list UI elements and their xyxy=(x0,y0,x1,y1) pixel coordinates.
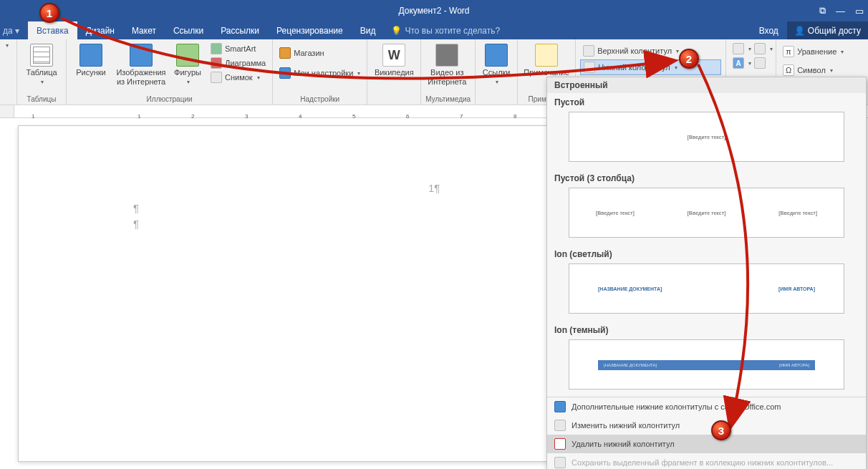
gallery-section-title: Ion (светлый) xyxy=(547,245,866,261)
delete-icon xyxy=(554,438,566,450)
group-wiki: W Википедия xyxy=(367,39,421,105)
more-footers-menuitem[interactable]: Дополнительные нижние колонтитулы с сайт… xyxy=(547,397,866,416)
tab-insert[interactable]: Вставка xyxy=(28,21,77,39)
gallery-header: Встроенный xyxy=(547,77,866,93)
wikipedia-icon: W xyxy=(382,44,405,67)
store-label: Магазин xyxy=(294,49,324,57)
callout-2: 2 xyxy=(679,49,699,69)
remove-footer-menuitem[interactable]: Удалить нижний колонтитул xyxy=(547,435,866,453)
gallery-item-3col[interactable]: [Введите текст] [Введите текст] [Введите… xyxy=(569,188,844,238)
pictures-button[interactable]: Рисунки xyxy=(71,41,111,77)
ribbon-options-icon[interactable]: ⧉ xyxy=(819,5,826,16)
chart-icon xyxy=(211,57,222,69)
chart-button[interactable]: Диаграмма xyxy=(208,57,268,69)
group-addins: Магазин Мои надстройки▾ Надстройки xyxy=(273,39,367,105)
callout-3: 3 xyxy=(711,420,731,440)
edit-icon xyxy=(554,420,566,431)
menuitem-label: Удалить нижний колонтитул xyxy=(572,440,675,448)
placeholder-text: [НАЗВАНИЕ ДОКУМЕНТА] xyxy=(598,286,662,291)
gallery-item-empty[interactable]: [Введите текст] xyxy=(569,112,844,162)
share-button[interactable]: 👤 Общий досту xyxy=(787,21,868,39)
gallery-item-ion-light[interactable]: [НАЗВАНИЕ ДОКУМЕНТА] [ИМЯ АВТОРА] xyxy=(569,263,844,314)
group-tables: Таблица▾ Таблицы xyxy=(17,39,67,105)
video-icon xyxy=(435,44,458,67)
footer-button[interactable]: Нижний колонтитул▾ xyxy=(580,59,721,75)
tab-file-edge[interactable]: да ▾ xyxy=(0,21,28,39)
smartart-label: SmartArt xyxy=(225,44,256,53)
gallery-section-title: Пустой (3 столбца) xyxy=(547,169,866,185)
my-addins-button[interactable]: Мои надстройки▾ xyxy=(277,67,362,79)
minimize-icon[interactable]: — xyxy=(836,6,845,16)
chart-label: Диаграмма xyxy=(225,59,266,67)
shapes-label: Фигуры xyxy=(174,68,201,77)
gallery-item-ion-dark[interactable]: [НАЗВАНИЕ ДОКУМЕНТА] [ИМЯ АВТОРА] xyxy=(569,339,844,390)
tab-layout[interactable]: Макет xyxy=(123,21,165,39)
tab-references[interactable]: Ссылки xyxy=(165,21,212,39)
edit-footer-menuitem[interactable]: Изменить нижний колонтитул xyxy=(547,416,866,435)
textbox-icon xyxy=(733,43,744,54)
addins-icon xyxy=(279,67,291,79)
tell-me-label: Что вы хотите сделать? xyxy=(405,26,500,36)
symbol-label: Символ xyxy=(797,66,826,74)
ribbon-tabs: да ▾ Вставка Дизайн Макет Ссылки Рассылк… xyxy=(0,21,868,39)
symbol-button[interactable]: ΩСимвол▾ xyxy=(781,64,846,77)
screenshot-label: Снимок xyxy=(225,73,253,82)
store-button[interactable]: Магазин xyxy=(277,47,362,59)
header-button[interactable]: Верхний колонтитул▾ xyxy=(580,44,721,58)
footer-gallery-dropdown: Встроенный Пустой [Введите текст] Пустой… xyxy=(546,77,867,469)
placeholder-text: [Введите текст] xyxy=(778,211,817,216)
menuitem-label: Дополнительные нижние колонтитулы с сайт… xyxy=(572,402,781,411)
table-icon xyxy=(30,44,53,67)
comment-button[interactable]: Примечание xyxy=(522,41,571,77)
tell-me-search[interactable]: 💡 Что вы хотите сделать? xyxy=(391,26,500,36)
tab-mailings[interactable]: Рассылки xyxy=(212,21,268,39)
group-illus-label: Иллюстрации xyxy=(71,95,268,105)
equation-button[interactable]: πУравнение▾ xyxy=(781,45,846,58)
globe-icon xyxy=(554,401,566,412)
group-links: Ссылки▾ xyxy=(476,39,518,105)
group-tables-label: Таблицы xyxy=(21,95,62,105)
window-controls: ⧉ — ▭ xyxy=(819,5,864,16)
links-button[interactable]: Ссылки▾ xyxy=(480,41,513,85)
comment-label: Примечание xyxy=(524,68,569,77)
save-selection-menuitem: Сохранить выделенный фрагмент в коллекци… xyxy=(547,453,866,469)
pictures-icon xyxy=(79,44,102,67)
placeholder-text: [Введите текст] xyxy=(688,211,726,216)
links-icon xyxy=(485,44,508,67)
page-number: 1¶ xyxy=(428,182,440,194)
shapes-button[interactable]: Фигуры▾ xyxy=(171,41,204,85)
smartart-button[interactable]: SmartArt xyxy=(208,42,268,55)
wikipedia-button[interactable]: W Википедия xyxy=(372,41,416,77)
wordart-icon: A xyxy=(733,57,744,69)
footer-label: Нижний колонтитул xyxy=(598,63,670,72)
window-title: Документ2 - Word xyxy=(398,6,469,16)
tab-view[interactable]: Вид xyxy=(352,21,385,39)
textbox-button[interactable]: ▾ ▾ xyxy=(730,42,775,55)
pictures-label: Рисунки xyxy=(76,68,106,77)
placeholder-text: [ИМЯ АВТОРА] xyxy=(779,363,809,367)
group-addins-label: Надстройки xyxy=(277,95,362,105)
tab-design[interactable]: Дизайн xyxy=(77,21,123,39)
screenshot-icon xyxy=(211,72,222,83)
paragraph-mark: ¶ xyxy=(133,202,139,214)
store-icon xyxy=(279,47,291,59)
wordart-button[interactable]: A▾ xyxy=(730,57,775,69)
smartart-icon xyxy=(211,43,222,54)
share-label: Общий досту xyxy=(808,26,861,36)
video-button[interactable]: Видео из Интернета xyxy=(425,41,468,86)
screenshot-button[interactable]: Снимок▾ xyxy=(208,71,268,84)
online-pictures-button[interactable]: Изображения из Интернета xyxy=(115,41,167,86)
login-button[interactable]: Вход xyxy=(751,21,787,39)
wikipedia-label: Википедия xyxy=(375,68,414,77)
table-label: Таблица xyxy=(26,68,57,77)
symbol-icon: Ω xyxy=(783,64,794,76)
placeholder-text: [Введите текст] xyxy=(596,211,635,216)
video-label: Видео из Интернета xyxy=(428,68,466,86)
lightbulb-icon: 💡 xyxy=(391,26,402,36)
save-icon xyxy=(554,457,566,468)
quickparts-icon xyxy=(754,43,766,54)
tab-review[interactable]: Рецензирование xyxy=(268,21,352,39)
table-button[interactable]: Таблица▾ xyxy=(21,41,62,85)
maximize-icon[interactable]: ▭ xyxy=(855,6,864,16)
gallery-section-title: Ion (темный) xyxy=(547,321,866,337)
